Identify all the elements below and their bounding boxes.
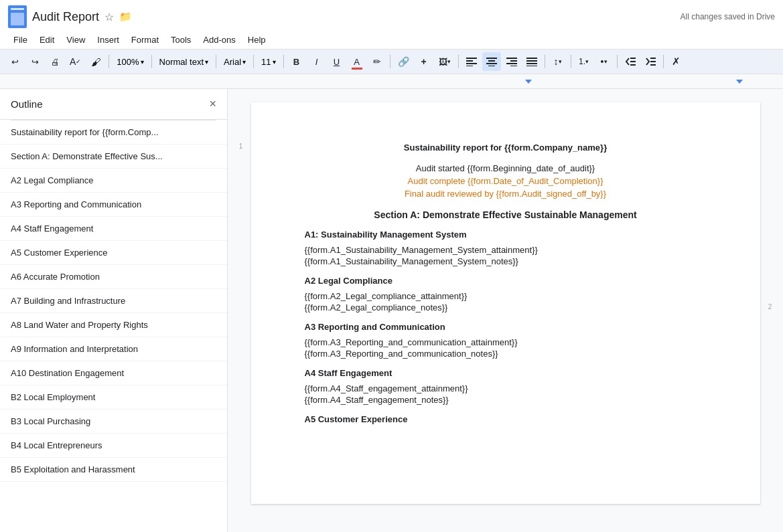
a3-line2: {{form.A3_Reporting_and_communication_no… <box>305 349 707 359</box>
a1-line1: {{form.A1_Sustainability_Management_Syst… <box>305 245 707 255</box>
audit-complete-text: Audit complete {{form.Date_of_Audit_Comp… <box>408 176 603 186</box>
a5-title: A5 Customer Experience <box>305 414 707 424</box>
outline-item-7[interactable]: A7 Building and Infrastructure <box>0 289 227 313</box>
outline-item-3[interactable]: A3 Reporting and Communication <box>0 193 227 217</box>
section-a-title: Section A: Demonstrate Effective Sustain… <box>305 209 707 220</box>
decrease-indent-button[interactable] <box>621 52 640 71</box>
zoom-selector[interactable]: 100% ▾ <box>113 56 147 68</box>
outline-item-9[interactable]: A9 Information and Interpretation <box>0 337 227 361</box>
underline-button[interactable]: U <box>328 52 346 71</box>
audit-started-line: Audit started {{form.Beginning_date_of_a… <box>305 163 707 173</box>
main-layout: Outline × Sustainability report for {{fo… <box>0 89 783 532</box>
a3-line1: {{form.A3_Reporting_and_communication_at… <box>305 337 707 347</box>
separator-1 <box>109 55 109 68</box>
a4-line1: {{form.A4_Staff_engagement_attainment}} <box>305 383 707 393</box>
menu-view[interactable]: View <box>61 32 90 48</box>
menu-insert[interactable]: Insert <box>92 32 125 48</box>
separator-3 <box>216 55 216 68</box>
print-button[interactable]: 🖨 <box>46 52 64 71</box>
increase-indent-button[interactable] <box>641 52 660 71</box>
menu-bar: File Edit View Insert Format Tools Add-o… <box>0 31 783 49</box>
star-icon[interactable]: ☆ <box>104 11 114 23</box>
comment-button[interactable]: + <box>415 52 433 71</box>
numbered-list-button[interactable]: 1.▾ <box>575 52 593 71</box>
menu-file[interactable]: File <box>8 32 33 48</box>
align-left-button[interactable] <box>462 52 481 71</box>
style-dropdown-icon: ▾ <box>205 58 208 66</box>
separator-10 <box>617 55 618 68</box>
outline-item-2[interactable]: A2 Legal Compliance <box>0 169 227 193</box>
audit-reviewed-line: Final audit reviewed by {{form.Audit_sig… <box>305 189 707 199</box>
line-spacing-button[interactable]: ↕▾ <box>549 52 567 71</box>
outline-item-4[interactable]: A4 Staff Engagement <box>0 217 227 241</box>
a4-line2: {{form.A4_Staff_engagement_notes}} <box>305 395 707 405</box>
spellcheck-button[interactable]: A✓ <box>66 52 85 71</box>
a2-title: A2 Legal Compliance <box>305 276 707 286</box>
outline-close-button[interactable]: × <box>209 97 216 111</box>
outline-item-5[interactable]: A5 Customer Experience <box>0 241 227 265</box>
clear-formatting-button[interactable]: ✗ <box>667 52 686 71</box>
outline-item-0[interactable]: Sustainability report for {{form.Comp... <box>0 120 227 145</box>
menu-format[interactable]: Format <box>126 32 164 48</box>
font-dropdown-icon: ▾ <box>242 58 246 66</box>
bullet-list-button[interactable]: •▾ <box>595 52 614 71</box>
fontsize-selector[interactable]: 11 ▾ <box>257 56 279 68</box>
menu-tools[interactable]: Tools <box>165 32 196 48</box>
separator-2 <box>151 55 152 68</box>
italic-button[interactable]: I <box>307 52 326 71</box>
image-button[interactable]: 🖼▾ <box>435 52 455 71</box>
title-bar: Audit Report ☆ 📁 All changes saved in Dr… <box>0 0 783 31</box>
undo-button[interactable]: ↩ <box>5 52 24 71</box>
title-area: Audit Report ☆ 📁 <box>32 10 675 24</box>
separator-4 <box>253 55 254 68</box>
toolbar: ↩ ↪ 🖨 A✓ 🖌 100% ▾ Normal text ▾ Arial ▾ … <box>0 49 783 74</box>
a1-line2: {{form.A1_Sustainability_Management_Syst… <box>305 256 707 266</box>
folder-icon[interactable]: 📁 <box>119 11 132 23</box>
audit-started-text: Audit started {{form.Beginning_date_of_a… <box>416 163 595 173</box>
menu-help[interactable]: Help <box>242 32 271 48</box>
outline-item-11[interactable]: B2 Local Employment <box>0 385 227 410</box>
outline-item-13[interactable]: B4 Local Entrepreneurs <box>0 434 227 458</box>
text-color-button[interactable]: A <box>348 52 366 71</box>
separator-7 <box>458 55 459 68</box>
a1-content: {{form.A1_Sustainability_Management_Syst… <box>305 245 707 266</box>
line-num-1: 1 <box>239 143 243 150</box>
outline-item-1[interactable]: Section A: Demonstrate Effective Sus... <box>0 145 227 169</box>
style-selector[interactable]: Normal text ▾ <box>155 56 212 68</box>
align-right-button[interactable] <box>502 52 521 71</box>
a2-line1: {{form.A2_Legal_compliance_attainment}} <box>305 291 707 301</box>
link-button[interactable]: 🔗 <box>394 52 413 71</box>
separator-5 <box>283 55 284 68</box>
doc-header-section: Sustainability report for {{form.Company… <box>305 143 707 153</box>
menu-addons[interactable]: Add-ons <box>198 32 240 48</box>
outline-panel: Outline × Sustainability report for {{fo… <box>0 89 228 532</box>
separator-11 <box>663 55 664 68</box>
document-page[interactable]: Sustainability report for {{form.Company… <box>251 102 760 504</box>
font-value: Arial <box>224 57 241 67</box>
a3-content: {{form.A3_Reporting_and_communication_at… <box>305 337 707 359</box>
menu-edit[interactable]: Edit <box>34 32 60 48</box>
bold-button[interactable]: B <box>287 52 306 71</box>
audit-reviewed-text: Final audit reviewed by {{form.Audit_sig… <box>405 189 606 199</box>
document-area[interactable]: 1 Sustainability report for {{form.Compa… <box>228 89 783 532</box>
font-selector[interactable]: Arial ▾ <box>220 56 250 68</box>
outline-header: Outline × <box>0 89 227 120</box>
highlight-button[interactable]: ✏ <box>368 52 386 71</box>
doc-title-text[interactable]: Audit Report <box>32 10 99 24</box>
redo-button[interactable]: ↪ <box>25 52 44 71</box>
outline-item-12[interactable]: B3 Local Purchasing <box>0 410 227 434</box>
outline-item-14[interactable]: B5 Exploitation and Harassment <box>0 458 227 482</box>
outline-item-6[interactable]: A6 Accurate Promotion <box>0 265 227 289</box>
zoom-dropdown-icon: ▾ <box>141 58 144 66</box>
outline-item-10[interactable]: A10 Destination Engagement <box>0 361 227 385</box>
separator-8 <box>545 55 545 68</box>
doc-main-title: Sustainability report for {{form.Company… <box>305 143 707 153</box>
a3-title: A3 Reporting and Communication <box>305 322 707 332</box>
save-status: All changes saved in Drive <box>681 12 775 21</box>
a2-line2: {{form.A2_Legal_compliance_notes}} <box>305 302 707 313</box>
fontsize-dropdown-icon: ▾ <box>273 58 276 66</box>
outline-item-8[interactable]: A8 Land Water and Property Rights <box>0 313 227 337</box>
align-center-button[interactable] <box>482 52 501 71</box>
align-justify-button[interactable] <box>522 52 541 71</box>
paint-format-button[interactable]: 🖌 <box>86 52 105 71</box>
